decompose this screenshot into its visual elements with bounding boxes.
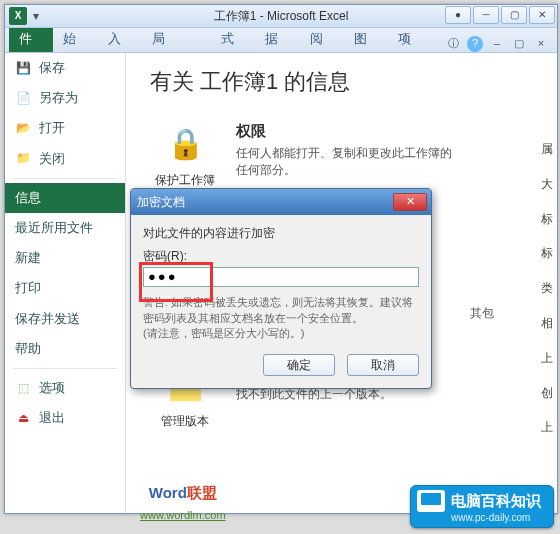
- sidebar-label: 新建: [15, 249, 41, 267]
- sidebar-label: 帮助: [15, 340, 41, 358]
- save-icon: 💾: [15, 60, 31, 76]
- obscured-text: 其包: [470, 305, 547, 322]
- maximize-button[interactable]: ▢: [501, 6, 527, 24]
- encrypt-dialog: 加密文档 ✕ 对此文件的内容进行加密 密码(R): 警告: 如果密码被丢失或遗忘…: [130, 188, 432, 389]
- monitor-icon: [417, 490, 445, 512]
- sidebar-exit[interactable]: ⏏退出: [5, 403, 125, 433]
- info-heading: 有关 工作簿1 的信息: [150, 67, 547, 98]
- sidebar-save[interactable]: 💾保存: [5, 53, 125, 83]
- excel-logo-icon: X: [9, 7, 27, 25]
- sidebar-label: 关闭: [39, 150, 65, 168]
- sidebar-recent[interactable]: 最近所用文件: [5, 213, 125, 243]
- sidebar-close[interactable]: 📁关闭: [5, 144, 125, 174]
- sidebar-label: 保存: [39, 59, 65, 77]
- sidebar-print[interactable]: 打印: [5, 273, 125, 303]
- sidebar-label: 打开: [39, 119, 65, 137]
- dialog-close-button[interactable]: ✕: [393, 193, 427, 211]
- backstage-sidebar: 💾保存 📄另存为 📂打开 📁关闭 信息 最近所用文件 新建 打印 保存并发送 帮…: [5, 53, 126, 513]
- sidebar-saveas[interactable]: 📄另存为: [5, 83, 125, 113]
- ribbon-minimize-icon[interactable]: ⓘ: [445, 36, 461, 52]
- lock-icon: 🔒: [157, 120, 213, 168]
- ok-button[interactable]: 确定: [263, 354, 335, 376]
- protect-workbook-label: 保护工作簿: [150, 172, 220, 189]
- dialog-titlebar[interactable]: 加密文档 ✕: [131, 189, 431, 215]
- password-label: 密码(R):: [143, 248, 419, 265]
- minimize-window-button[interactable]: ─: [473, 6, 499, 24]
- ribbon-close-icon[interactable]: ×: [533, 36, 549, 52]
- sidebar-label: 最近所用文件: [15, 219, 93, 237]
- permissions-section: 🔒 保护工作簿 权限 任何人都能打开、复制和更改此工作簿的任何部分。: [150, 120, 547, 189]
- permissions-text: 任何人都能打开、复制和更改此工作簿的任何部分。: [236, 145, 456, 179]
- close-button[interactable]: ✕: [529, 6, 555, 24]
- titlebar: X ▾ 工作簿1 - Microsoft Excel ● ─ ▢ ✕: [5, 5, 557, 28]
- watermark-wordlm: Word联盟 www.wordlm.com: [140, 482, 226, 524]
- ribbon-restore-icon[interactable]: ▢: [511, 36, 527, 52]
- sidebar-open[interactable]: 📂打开: [5, 113, 125, 143]
- options-icon: ⬚: [15, 380, 31, 396]
- close-file-icon: 📁: [15, 151, 31, 167]
- watermark-pcdaily: 电脑百科知识 www.pc-daily.com: [410, 485, 554, 528]
- sidebar-help[interactable]: 帮助: [5, 334, 125, 364]
- saveas-icon: 📄: [15, 90, 31, 106]
- sidebar-label: 打印: [15, 279, 41, 297]
- cancel-button[interactable]: 取消: [347, 354, 419, 376]
- qat-dropdown-icon[interactable]: ▾: [33, 8, 39, 25]
- ribbon-tabs: 文件 开始 插入 页面布局 公式 数据 审阅 视图 加载项 ⓘ ? – ▢ ×: [5, 28, 557, 53]
- dialog-warning: 警告: 如果密码被丢失或遗忘，则无法将其恢复。建议将密码列表及其相应文档名放在一…: [143, 295, 419, 343]
- sidebar-label: 选项: [39, 379, 65, 397]
- exit-icon: ⏏: [15, 410, 31, 426]
- sidebar-save-send[interactable]: 保存并发送: [5, 304, 125, 334]
- sidebar-label: 保存并发送: [15, 310, 80, 328]
- sidebar-label: 退出: [39, 409, 65, 427]
- open-icon: 📂: [15, 120, 31, 136]
- sidebar-info[interactable]: 信息: [5, 183, 125, 213]
- minimize-button[interactable]: ●: [445, 6, 471, 24]
- properties-strip: 属 大 标 标 类 相 上 创 上: [541, 123, 557, 454]
- dialog-prompt: 对此文件的内容进行加密: [143, 225, 419, 242]
- help-icon[interactable]: ?: [467, 36, 483, 52]
- ribbon-min-window-icon[interactable]: –: [489, 36, 505, 52]
- sidebar-label: 信息: [15, 189, 41, 207]
- sidebar-label: 另存为: [39, 89, 78, 107]
- dialog-title: 加密文档: [137, 194, 185, 211]
- protect-workbook-button[interactable]: 🔒 保护工作簿: [150, 120, 220, 189]
- password-input[interactable]: [143, 267, 419, 287]
- sidebar-options[interactable]: ⬚选项: [5, 373, 125, 403]
- permissions-title: 权限: [236, 120, 456, 141]
- sidebar-new[interactable]: 新建: [5, 243, 125, 273]
- manage-versions-label: 管理版本: [150, 413, 220, 430]
